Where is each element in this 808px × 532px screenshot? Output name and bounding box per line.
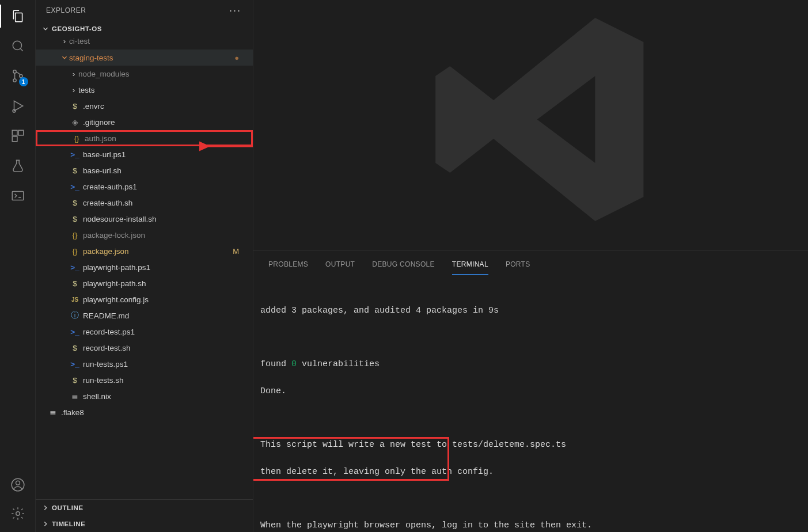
editor-empty (253, 0, 808, 251)
git-status-badge: M (233, 247, 239, 256)
js-file-icon: JS (69, 297, 81, 303)
file-playwright-path-ps1[interactable]: >_playwright-path.ps1 (36, 259, 253, 275)
file-run-tests-ps1[interactable]: >_run-tests.ps1 (36, 356, 253, 372)
editor-area: PROBLEMS OUTPUT DEBUG CONSOLE TERMINAL P… (253, 0, 808, 532)
file-label: tests (78, 86, 95, 94)
terminal-line: found 0 vulnerabilities (260, 358, 801, 371)
file-create-auth-sh[interactable]: $create-auth.sh (36, 195, 253, 211)
file-label: nodesource-install.sh (83, 215, 157, 223)
terminal-line: This script will write a new test to tes… (260, 438, 801, 451)
sh-file-icon: $ (69, 376, 81, 385)
accounts-icon[interactable] (10, 477, 26, 493)
testing-icon[interactable] (10, 158, 26, 174)
json-muted-file-icon: {} (69, 231, 81, 240)
file-playwright-config-js[interactable]: JSplaywright.config.js (36, 291, 253, 307)
powershell-file-icon: >_ (69, 183, 81, 191)
sidebar-more-icon[interactable]: ··· (227, 3, 244, 18)
nix-file-icon: ≣ (69, 392, 81, 401)
terminal-line (260, 412, 801, 425)
file-label: package-lock.json (83, 231, 145, 240)
remote-terminal-icon[interactable] (10, 188, 26, 204)
file-label: shell.nix (83, 392, 111, 401)
file-label: auth.json (85, 134, 116, 143)
file-shell-nix[interactable]: ≣shell.nix (36, 388, 253, 404)
sh-file-icon: $ (69, 102, 81, 111)
file-label: run-tests.sh (83, 376, 124, 385)
folder-node-modules[interactable]: ›node_modules (36, 66, 253, 82)
source-control-icon[interactable]: 1 (10, 68, 26, 84)
file-label: record-test.ps1 (83, 328, 135, 336)
file-label: README.md (83, 311, 129, 320)
tab-ports[interactable]: PORTS (506, 257, 530, 274)
ign-file-icon: ◈ (69, 117, 81, 127)
file-label: record-test.sh (83, 344, 131, 352)
file-label: playwright.config.js (83, 295, 149, 304)
settings-file-icon: ≣ (47, 408, 59, 417)
search-icon[interactable] (10, 38, 26, 54)
explorer-icon[interactable] (10, 8, 26, 24)
panel-tabs: PROBLEMS OUTPUT DEBUG CONSOLE TERMINAL P… (253, 251, 808, 275)
file-run-tests-sh[interactable]: $run-tests.sh (36, 372, 253, 388)
file-label: base-url.sh (83, 166, 122, 175)
sh-file-icon: $ (69, 279, 81, 288)
file-label: .gitignore (83, 118, 115, 127)
svg-rect-6 (18, 130, 24, 135)
tab-output[interactable]: OUTPUT (325, 257, 355, 274)
folder-staging-tests[interactable]: staging-tests ● (36, 50, 253, 66)
file-create-auth-ps1[interactable]: >_create-auth.ps1 (36, 178, 253, 195)
file-package-lock-json[interactable]: {}package-lock.json (36, 227, 253, 243)
file-base-url-ps1[interactable]: >_base-url.ps1 (36, 146, 253, 162)
sh-file-icon: $ (69, 199, 81, 207)
file-auth-json[interactable]: {}auth.json (36, 130, 253, 146)
terminal-line: Done. (260, 385, 801, 398)
dirty-indicator: ● (234, 54, 239, 62)
file--envrc[interactable]: $.envrc (36, 98, 253, 114)
run-debug-icon[interactable] (10, 98, 26, 114)
file--gitignore[interactable]: ◈.gitignore (36, 114, 253, 130)
powershell-file-icon: >_ (69, 328, 81, 336)
file-label: run-tests.ps1 (83, 360, 128, 368)
json-file-icon: {} (69, 247, 81, 256)
file-record-test-ps1[interactable]: >_record-test.ps1 (36, 324, 253, 340)
file-base-url-sh[interactable]: $base-url.sh (36, 162, 253, 178)
file-label: package.json (83, 247, 129, 256)
tab-debug-console[interactable]: DEBUG CONSOLE (372, 257, 435, 274)
file-readme-md[interactable]: ⓘREADME.md (36, 307, 253, 324)
json-muted-file-icon: {} (71, 134, 82, 143)
file-nodesource-install-sh[interactable]: $nodesource-install.sh (36, 211, 253, 227)
tab-problems[interactable]: PROBLEMS (268, 257, 308, 274)
settings-gear-icon[interactable] (10, 506, 26, 522)
file-record-test-sh[interactable]: $record-test.sh (36, 340, 253, 356)
outline-header[interactable]: OUTLINE (36, 500, 253, 516)
activity-bar: 1 (0, 0, 36, 532)
svg-rect-8 (12, 191, 24, 200)
info-file-icon: ⓘ (69, 310, 81, 321)
file-tree: ›ci-test staging-tests ● ›node_modules›t… (36, 37, 253, 499)
tab-terminal[interactable]: TERMINAL (452, 257, 488, 275)
file-label: .envrc (83, 102, 104, 111)
workspace-header[interactable]: GEOSIGHT-OS (36, 21, 253, 37)
powershell-file-icon: >_ (69, 263, 81, 272)
sidebar-title: EXPLORER (46, 6, 86, 14)
extensions-icon[interactable] (10, 128, 26, 144)
file-flake8[interactable]: ≣ .flake8 (36, 404, 253, 420)
file-playwright-path-sh[interactable]: $playwright-path.sh (36, 275, 253, 291)
chevron-right-icon: › (69, 70, 78, 78)
terminal-line: then delete it, leaving only the auth co… (260, 465, 801, 478)
file-label: create-auth.sh (83, 199, 132, 207)
timeline-header[interactable]: TIMELINE (36, 516, 253, 532)
sidebar: EXPLORER ··· GEOSIGHT-OS ›ci-test stagin… (36, 0, 253, 532)
folder-tests[interactable]: ›tests (36, 82, 253, 98)
svg-point-1 (13, 70, 16, 73)
terminal-line: When the playwright browser opens, log i… (260, 519, 801, 532)
sh-file-icon: $ (69, 215, 81, 223)
file-package-json[interactable]: {}package.jsonM (36, 243, 253, 259)
terminal[interactable]: added 3 packages, and audited 4 packages… (253, 275, 808, 532)
terminal-line (260, 331, 801, 344)
svg-point-11 (16, 512, 20, 516)
svg-rect-5 (12, 130, 17, 135)
folder-ci-test[interactable]: ›ci-test (36, 37, 253, 50)
scm-badge: 1 (19, 77, 28, 86)
chevron-right-icon (41, 520, 50, 528)
powershell-file-icon: >_ (69, 150, 81, 159)
